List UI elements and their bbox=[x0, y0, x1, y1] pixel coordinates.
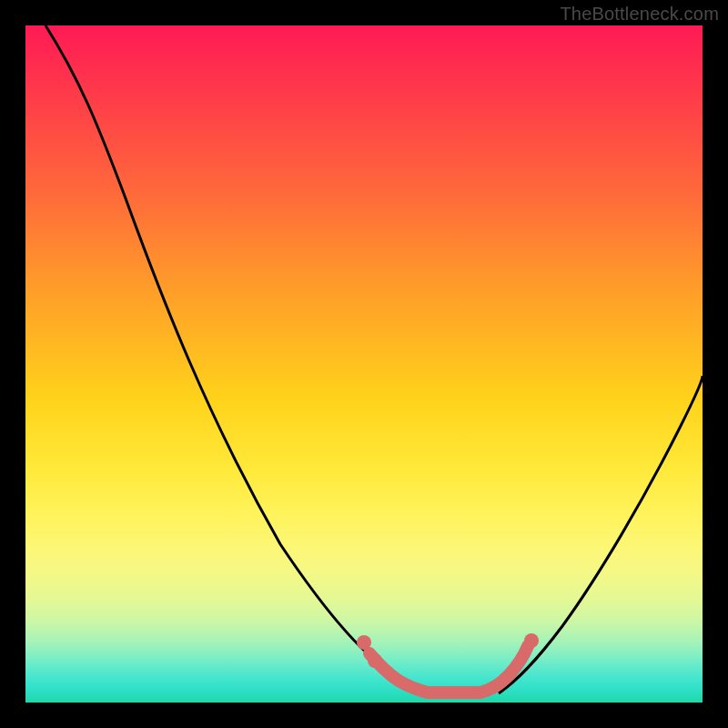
curves-layer bbox=[25, 25, 703, 703]
highlight-dot-left-lower bbox=[368, 653, 382, 668]
watermark-text: TheBottleneck.com bbox=[560, 4, 719, 25]
left-curve bbox=[46, 25, 435, 693]
highlight-dot-left-upper bbox=[357, 635, 371, 650]
highlight-segment bbox=[369, 646, 528, 693]
chart-frame: TheBottleneck.com bbox=[0, 0, 728, 728]
highlight-dot-right bbox=[524, 633, 539, 648]
